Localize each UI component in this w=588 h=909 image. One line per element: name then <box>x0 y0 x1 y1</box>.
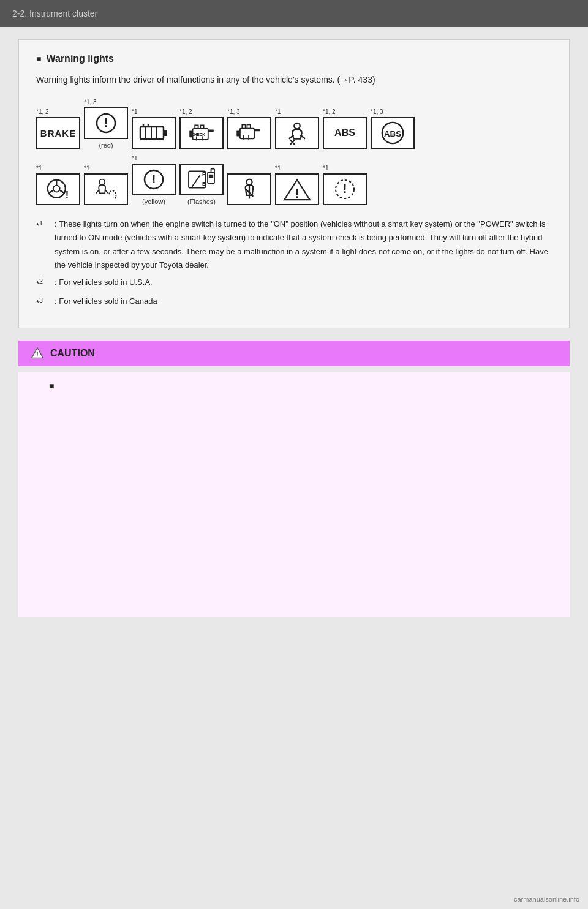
icon-triangle-warning: *1 ! <box>275 165 319 205</box>
icon-occupant-warning: *1 <box>275 108 319 149</box>
svg-rect-18 <box>236 131 239 137</box>
svg-text:!: ! <box>343 182 347 195</box>
svg-rect-13 <box>200 126 203 129</box>
icons-row-1: *1, 2 BRAKE *1, 3 ! (red) * <box>36 99 552 149</box>
svg-text:ABS: ABS <box>384 129 401 138</box>
caution-bar: ! CAUTION <box>18 341 570 366</box>
section-title: Warning lights <box>36 53 552 64</box>
icon-check-engine: *1, 2 CHECK <box>179 108 224 149</box>
svg-text:!: ! <box>36 350 39 357</box>
svg-text:!: ! <box>295 187 300 200</box>
icons-grid: *1, 2 BRAKE *1, 3 ! (red) * <box>36 99 552 205</box>
svg-point-51 <box>246 179 252 185</box>
caution-content <box>18 372 570 617</box>
svg-text:F: F <box>202 172 205 177</box>
caution-triangle-icon: ! <box>31 347 44 360</box>
footnote-1: *1 : These lights turn on when the engin… <box>36 217 552 271</box>
svg-point-24 <box>294 123 300 129</box>
icon-brake: *1, 2 BRAKE <box>36 108 80 149</box>
svg-text:!: ! <box>66 190 69 201</box>
icon-fuel-gauge: F E (Flashes) <box>179 162 224 205</box>
svg-text:E: E <box>202 181 206 187</box>
svg-line-34 <box>49 190 53 194</box>
intro-text: Warning lights inform the driver of malf… <box>36 73 552 86</box>
page-header: 2-2. Instrument cluster <box>0 0 588 27</box>
icon-engine-malfunction: *1, 3 <box>227 108 271 149</box>
svg-rect-19 <box>254 129 260 132</box>
svg-rect-12 <box>195 126 198 129</box>
svg-point-32 <box>53 186 60 192</box>
svg-rect-47 <box>209 175 213 178</box>
icons-row-2: *1 ! *1 <box>36 155 552 205</box>
footnotes: *1 : These lights turn on when the engin… <box>36 217 552 310</box>
svg-text:CHECK: CHECK <box>191 133 205 137</box>
svg-line-35 <box>60 190 64 194</box>
svg-rect-17 <box>240 129 254 138</box>
svg-line-45 <box>192 176 200 187</box>
icon-seatbelt <box>227 172 271 205</box>
icon-abs-circle: *1, 3 ABS <box>371 108 415 149</box>
watermark: carmanualsonline.info <box>514 896 579 903</box>
svg-rect-11 <box>208 130 214 132</box>
footnote-3: *3 : For vehicles sold in Canada <box>36 295 552 310</box>
svg-rect-3 <box>164 130 167 136</box>
header-title: 2-2. Instrument cluster <box>12 9 97 18</box>
icon-skid-control: *1 <box>84 165 128 205</box>
icon-abs: *1, 2 ABS <box>323 108 367 149</box>
svg-point-37 <box>99 179 105 185</box>
footnote-2: *2 : For vehicles sold in U.S.A. <box>36 276 552 291</box>
icon-battery: *1 <box>132 108 176 149</box>
icon-steering-warning: *1 ! <box>36 165 80 205</box>
icon-circle-excl-red: *1, 3 ! (red) <box>84 99 128 149</box>
caution-bullet-1 <box>49 381 557 391</box>
warning-lights-box: Warning lights Warning lights inform the… <box>18 39 570 328</box>
icon-circle-excl-dashed: *1 ! <box>323 165 367 205</box>
svg-text:!: ! <box>152 172 156 186</box>
svg-text:!: ! <box>104 116 108 129</box>
caution-label: CAUTION <box>50 348 95 359</box>
main-content: Warning lights Warning lights inform the… <box>0 27 588 909</box>
icon-circle-excl-yellow: *1 ! (yellow) <box>132 155 176 205</box>
